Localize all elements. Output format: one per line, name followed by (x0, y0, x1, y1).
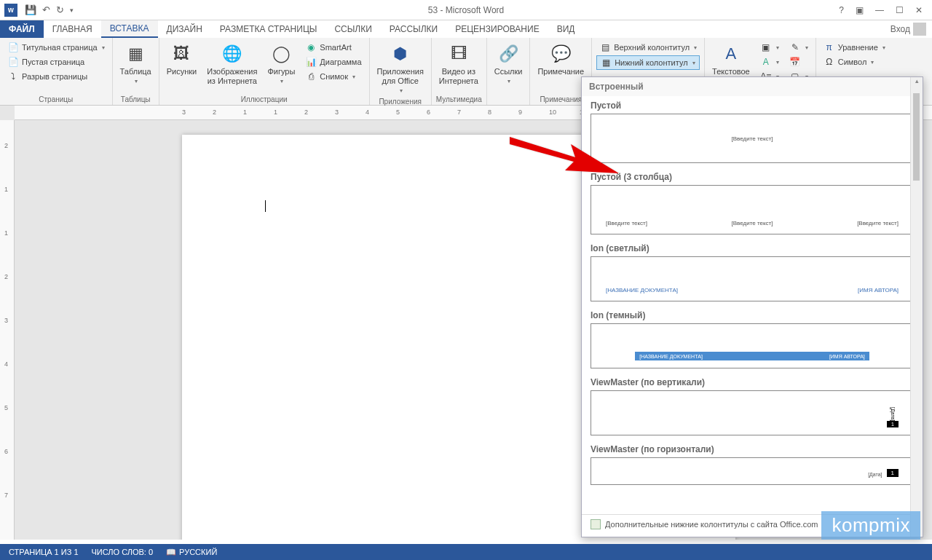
comment-button[interactable]: 💬Примечание (534, 41, 587, 78)
smartart-icon: ◉ (305, 42, 317, 53)
datetime-button[interactable]: 📅 (786, 55, 811, 68)
help-icon[interactable]: ? (835, 5, 848, 15)
blank-page-button[interactable]: 📄Пустая страница (4, 55, 108, 68)
status-bar: СТРАНИЦА 1 ИЗ 1 ЧИСЛО СЛОВ: 0 📖РУССКИЙ (0, 544, 932, 560)
ribbon-tabs: ФАЙЛ ГЛАВНАЯ ВСТАВКА ДИЗАЙН РАЗМЕТКА СТР… (0, 20, 932, 38)
gallery-item-blank3[interactable]: Пустой (3 столбца) [Введите текст] [Введ… (582, 167, 923, 234)
group-pages: 📄Титульная страница▾ 📄Пустая страница ⤵Р… (0, 38, 113, 105)
minimize-icon[interactable]: — (872, 5, 888, 15)
dropdown-scrollbar[interactable]: ▴ (910, 77, 923, 537)
group-illustrations: 🖼Рисунки 🌐Изображения из Интернета ◯Фигу… (159, 38, 370, 105)
gallery-item-ion-light[interactable]: Ion (светлый) [НАЗВАНИЕ ДОКУМЕНТА] [ИМЯ … (582, 239, 923, 301)
watermark: kompmix (821, 511, 920, 540)
group-apps: ⬢Приложения для Office▾ Приложения (370, 38, 432, 105)
smartart-button[interactable]: ◉SmartArt (302, 41, 364, 54)
wordart-button[interactable]: A▾ (757, 55, 782, 68)
office-icon (591, 519, 601, 529)
text-cursor (265, 200, 266, 212)
online-video-button[interactable]: 🎞Видео из Интернета (436, 41, 481, 87)
header-button[interactable]: ▤Верхний колонтитул▾ (596, 41, 700, 54)
status-page[interactable]: СТРАНИЦА 1 ИЗ 1 (9, 548, 79, 556)
footer-icon: ▦ (600, 57, 612, 68)
screenshot-icon: ⎙ (305, 71, 317, 82)
quick-access-toolbar: 💾 ↶ ↻ ▾ (25, 4, 74, 15)
close-icon[interactable]: ✕ (912, 5, 926, 15)
status-lang[interactable]: 📖РУССКИЙ (166, 548, 217, 557)
tab-mailings[interactable]: РАССЫЛКИ (381, 20, 446, 38)
equation-button[interactable]: πУравнение▾ (821, 41, 888, 54)
tab-home[interactable]: ГЛАВНАЯ (44, 20, 101, 38)
gallery-item-viewmaster-v[interactable]: ViewMaster (по вертикали) [Дата] 1 (582, 373, 923, 435)
gallery-item-ion-dark[interactable]: Ion (темный) [НАЗВАНИЕ ДОКУМЕНТА][ИМЯ АВ… (582, 306, 923, 368)
sign-in[interactable]: Вход (890, 20, 932, 38)
tab-layout[interactable]: РАЗМЕТКА СТРАНИЦЫ (211, 20, 326, 38)
textbox-button[interactable]: AТекстовое (709, 41, 753, 78)
online-pictures-button[interactable]: 🌐Изображения из Интернета (204, 41, 260, 87)
redo-icon[interactable]: ↻ (56, 4, 64, 15)
apps-icon: ⬢ (389, 42, 412, 66)
shapes-icon: ◯ (269, 42, 293, 66)
table-icon: ▦ (124, 42, 147, 66)
footer-gallery-dropdown: Встроенный Пустой [Введите текст] Пустой… (581, 76, 923, 537)
gallery-item-blank[interactable]: Пустой [Введите текст] (582, 96, 923, 163)
gallery-item-viewmaster-h[interactable]: ViewMaster (по горизонтали) [Дата] 1 (582, 440, 923, 485)
symbol-icon: Ω (824, 56, 835, 68)
cover-page-icon: 📄 (7, 42, 19, 53)
header-icon: ▤ (599, 42, 611, 53)
group-pages-label: Страницы (4, 94, 108, 103)
save-icon[interactable]: 💾 (25, 4, 36, 15)
shapes-button[interactable]: ◯Фигуры▾ (264, 41, 298, 87)
group-media-label: Мультимедиа (436, 94, 482, 103)
equation-icon: π (824, 42, 835, 53)
table-button[interactable]: ▦Таблица▾ (117, 41, 154, 87)
group-tables: ▦Таблица▾ Таблицы (113, 38, 159, 105)
group-illustrations-label: Иллюстрации (164, 94, 365, 103)
group-tables-label: Таблицы (117, 94, 154, 103)
group-links: 🔗Ссылки▾ (487, 38, 531, 105)
group-apps-label: Приложения (374, 96, 427, 106)
maximize-icon[interactable]: ☐ (892, 5, 907, 15)
undo-icon[interactable]: ↶ (42, 4, 50, 15)
screenshot-button[interactable]: ⎙Снимок▾ (302, 70, 364, 83)
title-bar: w 💾 ↶ ↻ ▾ 53 - Microsoft Word ? ▣ — ☐ ✕ (0, 0, 932, 20)
tab-references[interactable]: ССЫЛКИ (325, 20, 380, 38)
pictures-button[interactable]: 🖼Рисунки (164, 41, 200, 78)
window-title: 53 - Microsoft Word (428, 5, 504, 15)
apps-button[interactable]: ⬢Приложения для Office▾ (374, 41, 427, 96)
link-icon: 🔗 (497, 42, 520, 66)
group-media: 🎞Видео из Интернета Мультимедиа (432, 38, 487, 105)
page-break-icon: ⤵ (7, 71, 19, 82)
tab-view[interactable]: ВИД (548, 20, 584, 38)
online-pictures-icon: 🌐 (221, 42, 244, 66)
quick-parts-button[interactable]: ▣▾ (757, 41, 782, 54)
footer-button[interactable]: ▦Нижний колонтитул▾ (596, 55, 700, 70)
symbol-button[interactable]: ΩСимвол▾ (821, 55, 888, 68)
pictures-icon: 🖼 (170, 42, 193, 66)
sign-in-label: Вход (890, 24, 910, 34)
tab-review[interactable]: РЕЦЕНЗИРОВАНИЕ (446, 20, 548, 38)
vertical-ruler[interactable]: 211234567 (0, 120, 15, 540)
comment-icon: 💬 (549, 42, 572, 66)
avatar-icon (913, 23, 926, 36)
word-logo: w (4, 4, 17, 17)
video-icon: 🎞 (447, 42, 470, 66)
cover-page-button[interactable]: 📄Титульная страница▾ (4, 41, 108, 54)
chart-icon: 📊 (305, 56, 317, 68)
tab-design[interactable]: ДИЗАЙН (158, 20, 211, 38)
group-comments-label: Примечания (534, 94, 587, 103)
links-button[interactable]: 🔗Ссылки▾ (491, 41, 526, 87)
status-words[interactable]: ЧИСЛО СЛОВ: 0 (92, 548, 154, 556)
ribbon-options-icon[interactable]: ▣ (852, 5, 867, 15)
tab-file[interactable]: ФАЙЛ (0, 20, 44, 38)
chart-button[interactable]: 📊Диаграмма (302, 55, 364, 68)
textbox-icon: A (719, 42, 743, 66)
dropdown-category: Встроенный (582, 77, 923, 96)
signature-button[interactable]: ✎▾ (786, 41, 811, 54)
qat-more-icon[interactable]: ▾ (70, 7, 74, 14)
tab-insert[interactable]: ВСТАВКА (101, 20, 158, 38)
page-break-button[interactable]: ⤵Разрыв страницы (4, 70, 108, 83)
blank-page-icon: 📄 (7, 56, 19, 68)
